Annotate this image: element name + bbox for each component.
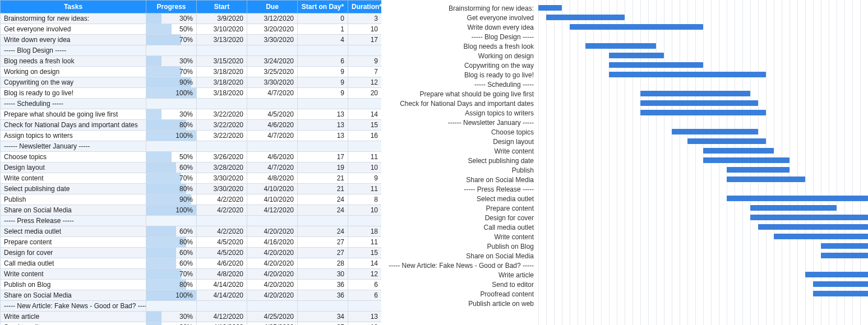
cell-duration[interactable]: 3 — [348, 13, 382, 24]
cell-start[interactable]: 4/2/2020 — [197, 205, 247, 216]
cell-start[interactable]: 4/2/2020 — [197, 226, 247, 237]
task-name[interactable]: Blog is ready to go live! — [1, 88, 146, 99]
cell-start[interactable]: 4/14/2020 — [197, 290, 247, 301]
cell-due[interactable]: 4/7/2020 — [247, 88, 298, 99]
cell-duration[interactable]: 15 — [348, 248, 382, 258]
progress-cell[interactable]: 100% — [146, 88, 197, 99]
task-name[interactable]: Write content — [1, 173, 146, 184]
cell-startDay[interactable]: 24 — [298, 194, 348, 205]
cell-start[interactable]: 3/22/2020 — [197, 109, 247, 120]
table-row[interactable]: Send to editor30%4/13/20204/25/20203512 — [1, 322, 382, 326]
table-row[interactable]: Publish on Blog80%4/14/20204/20/2020366 — [1, 280, 382, 290]
progress-cell[interactable]: 60% — [146, 258, 197, 269]
cell-duration[interactable]: 7 — [348, 67, 382, 77]
cell-due[interactable]: 4/20/2020 — [247, 269, 298, 280]
task-name[interactable]: Write article — [1, 312, 146, 322]
cell-duration[interactable]: 17 — [348, 35, 382, 45]
progress-cell[interactable]: 80% — [146, 237, 197, 248]
progress-cell[interactable]: 60% — [146, 162, 197, 173]
task-name[interactable]: Brainstorming for new ideas: — [1, 13, 146, 24]
table-row[interactable]: Blog is ready to go live!100%3/18/20204/… — [1, 88, 382, 99]
cell-duration[interactable]: 11 — [348, 184, 382, 194]
cell-duration[interactable]: 6 — [348, 280, 382, 290]
cell-start[interactable]: 4/12/2020 — [197, 312, 247, 322]
gantt-bar[interactable] — [640, 110, 766, 115]
cell-start[interactable]: 3/15/2020 — [197, 56, 247, 67]
progress-cell[interactable]: 90% — [146, 77, 197, 88]
table-row[interactable]: Check for National Days and important da… — [1, 120, 382, 131]
gantt-bar[interactable] — [813, 291, 868, 296]
progress-cell[interactable]: 30% — [146, 312, 197, 322]
cell-startDay[interactable]: 35 — [298, 322, 348, 326]
cell-duration[interactable]: 18 — [348, 226, 382, 237]
cell-due[interactable]: 4/6/2020 — [247, 120, 298, 131]
table-row[interactable]: Choose topics50%3/26/20204/6/20201711 — [1, 152, 382, 162]
cell-start[interactable]: 3/10/2020 — [197, 24, 247, 35]
cell-due[interactable]: 4/6/2020 — [247, 152, 298, 162]
table-row[interactable]: Call media outlet60%4/6/20204/20/2020281… — [1, 258, 382, 269]
cell-startDay[interactable]: 19 — [298, 162, 348, 173]
task-name[interactable]: Select publishing date — [1, 184, 146, 194]
task-name[interactable]: Get everyone involved — [1, 24, 146, 35]
gantt-bar[interactable] — [821, 243, 868, 249]
table-row[interactable]: Brainstorming for new ideas:30%3/9/20203… — [1, 13, 382, 24]
gantt-bar[interactable] — [687, 138, 766, 144]
col-start[interactable]: Start — [197, 1, 247, 13]
cell-duration[interactable]: 12 — [348, 77, 382, 88]
cell-start[interactable]: 3/22/2020 — [197, 120, 247, 131]
cell-due[interactable]: 4/10/2020 — [247, 184, 298, 194]
col-duration[interactable]: Duration* — [348, 1, 382, 13]
table-row[interactable]: ----- Press Release ----- — [1, 216, 382, 226]
task-name[interactable]: Send to editor — [1, 322, 146, 326]
task-name[interactable]: Blog needs a fresh look — [1, 56, 146, 67]
gantt-bar[interactable] — [672, 129, 758, 134]
progress-cell[interactable]: 80% — [146, 280, 197, 290]
cell-duration[interactable]: 10 — [348, 24, 382, 35]
cell-start[interactable]: 3/30/2020 — [197, 173, 247, 184]
task-name[interactable]: Choose topics — [1, 152, 146, 162]
progress-cell[interactable]: 70% — [146, 269, 197, 280]
progress-cell[interactable]: 50% — [146, 24, 197, 35]
gantt-bar[interactable] — [805, 272, 868, 277]
cell-startDay[interactable]: 0 — [298, 13, 348, 24]
gantt-bar[interactable] — [703, 157, 789, 163]
task-name[interactable]: Prepare what should be going live first — [1, 109, 146, 120]
progress-cell[interactable]: 30% — [146, 13, 197, 24]
table-row[interactable]: Select media outlet60%4/2/20204/20/20202… — [1, 226, 382, 237]
cell-startDay[interactable]: 1 — [298, 24, 348, 35]
table-row[interactable]: Design for cover60%4/5/20204/20/20202715 — [1, 248, 382, 258]
progress-cell[interactable]: 100% — [146, 290, 197, 301]
cell-startDay[interactable]: 27 — [298, 248, 348, 258]
cell-startDay[interactable]: 13 — [298, 109, 348, 120]
progress-cell[interactable]: 50% — [146, 152, 197, 162]
progress-cell[interactable]: 70% — [146, 35, 197, 45]
cell-startDay[interactable]: 34 — [298, 312, 348, 322]
progress-cell[interactable]: 70% — [146, 173, 197, 184]
gantt-bar[interactable] — [609, 72, 766, 77]
task-name[interactable]: Working on design — [1, 67, 146, 77]
cell-startDay[interactable]: 24 — [298, 205, 348, 216]
cell-duration[interactable]: 16 — [348, 131, 382, 141]
table-row[interactable]: Working on design70%3/18/20203/25/202097 — [1, 67, 382, 77]
cell-duration[interactable]: 10 — [348, 162, 382, 173]
cell-start[interactable]: 4/6/2020 — [197, 258, 247, 269]
cell-startDay[interactable]: 27 — [298, 237, 348, 248]
progress-cell[interactable]: 80% — [146, 184, 197, 194]
table-row[interactable]: Write article30%4/12/20204/25/20203413 — [1, 312, 382, 322]
cell-start[interactable]: 4/5/2020 — [197, 248, 247, 258]
gantt-bar[interactable] — [585, 43, 656, 49]
task-name[interactable]: Select media outlet — [1, 226, 146, 237]
progress-cell[interactable]: 60% — [146, 226, 197, 237]
cell-duration[interactable]: 9 — [348, 56, 382, 67]
progress-cell[interactable]: 80% — [146, 120, 197, 131]
cell-duration[interactable]: 11 — [348, 237, 382, 248]
cell-duration[interactable]: 12 — [348, 269, 382, 280]
cell-due[interactable]: 4/25/2020 — [247, 312, 298, 322]
cell-due[interactable]: 4/5/2020 — [247, 109, 298, 120]
table-row[interactable]: Prepare content80%4/5/20204/16/20202711 — [1, 237, 382, 248]
cell-due[interactable]: 4/8/2020 — [247, 173, 298, 184]
cell-due[interactable]: 3/25/2020 — [247, 67, 298, 77]
table-row[interactable]: Write content70%3/30/20204/8/2020219 — [1, 173, 382, 184]
cell-due[interactable]: 4/20/2020 — [247, 248, 298, 258]
table-row[interactable]: ----- New Article: Fake News - Good or B… — [1, 301, 382, 312]
